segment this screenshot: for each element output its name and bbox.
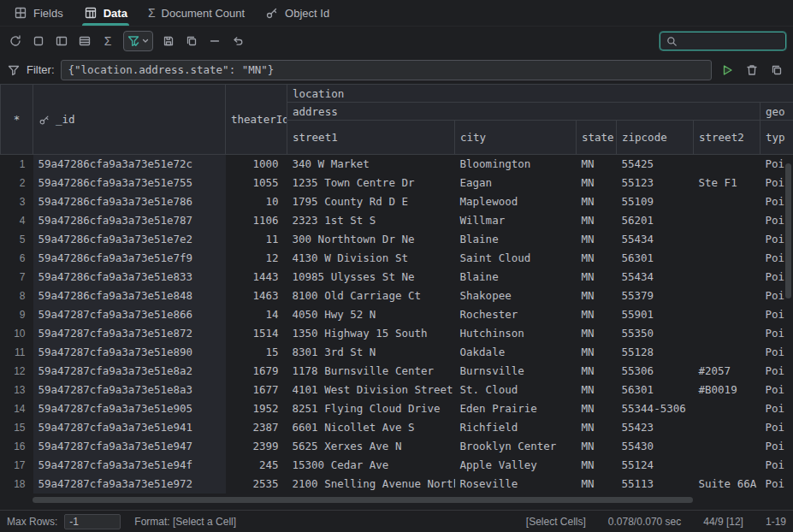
cell-street1[interactable]: 10985 Ulysses St Ne bbox=[287, 268, 455, 287]
cell-street1[interactable]: 15300 Cedar Ave bbox=[287, 456, 455, 475]
cell-state[interactable]: MN bbox=[577, 343, 617, 362]
cell-street1[interactable]: 2323 1st St S bbox=[287, 211, 455, 230]
cell-state[interactable]: MN bbox=[577, 174, 617, 192]
cell-city[interactable]: Burnsville bbox=[455, 362, 577, 381]
cell-street1[interactable]: 8301 3rd St N bbox=[287, 343, 455, 362]
row-number[interactable]: 10 bbox=[1, 324, 33, 343]
cell-state[interactable]: MN bbox=[577, 399, 617, 418]
vertical-scrollbar[interactable] bbox=[785, 163, 791, 299]
cell-city[interactable]: Shakopee bbox=[455, 287, 577, 305]
cell-state[interactable]: MN bbox=[577, 456, 617, 475]
table-row[interactable]: 1159a47287cfa9a3a73e51e890158301 3rd St … bbox=[1, 343, 793, 362]
cell-city[interactable]: Willmar bbox=[455, 211, 577, 230]
cell-type[interactable]: Poi bbox=[760, 362, 793, 381]
cell-theaterid[interactable]: 2387 bbox=[226, 418, 287, 437]
cell-state[interactable]: MN bbox=[577, 381, 617, 399]
cell-street2[interactable] bbox=[694, 399, 760, 418]
cell-type[interactable]: Poi bbox=[760, 381, 793, 399]
save-button[interactable] bbox=[158, 31, 179, 51]
cell-id[interactable]: 59a47286cfa9a3a73e51e786 bbox=[33, 192, 226, 211]
row-number[interactable]: 5 bbox=[1, 230, 33, 249]
filter-toggle-button[interactable] bbox=[123, 31, 153, 51]
cell-street1[interactable]: 1795 County Rd D E bbox=[287, 192, 455, 211]
cell-street2[interactable] bbox=[694, 456, 760, 475]
cell-street1[interactable]: 8100 Old Carriage Ct bbox=[287, 287, 455, 305]
cell-id[interactable]: 59a47287cfa9a3a73e51e972 bbox=[33, 475, 226, 494]
row-number[interactable]: 8 bbox=[1, 287, 33, 305]
cell-theaterid[interactable]: 1514 bbox=[226, 324, 287, 343]
search-input[interactable] bbox=[683, 35, 780, 47]
group-header-address[interactable]: address bbox=[287, 103, 760, 121]
cell-id[interactable]: 59a47287cfa9a3a73e51e94f bbox=[33, 456, 226, 475]
cell-street2[interactable] bbox=[694, 287, 760, 305]
cell-street1[interactable]: 340 W Market bbox=[287, 155, 455, 174]
table-row[interactable]: 1859a47287cfa9a3a73e51e97225352100 Snell… bbox=[1, 475, 793, 494]
cell-street2[interactable]: Ste F1 bbox=[694, 174, 760, 192]
table-row[interactable]: 1559a47287cfa9a3a73e51e94123876601 Nicol… bbox=[1, 418, 793, 437]
cell-zipcode[interactable]: 55123 bbox=[617, 174, 694, 192]
column-header-theaterid[interactable]: theaterId bbox=[226, 85, 287, 155]
cell-street2[interactable]: #B0019 bbox=[694, 381, 760, 399]
cell-type[interactable]: Poi bbox=[760, 475, 793, 494]
cell-theaterid[interactable]: 1463 bbox=[226, 287, 287, 305]
cell-theaterid[interactable]: 14 bbox=[226, 305, 287, 324]
copy-filter-button[interactable] bbox=[767, 61, 786, 80]
column-header-city[interactable]: city bbox=[455, 121, 577, 155]
cell-zipcode[interactable]: 55430 bbox=[617, 437, 694, 456]
cell-id[interactable]: 59a47286cfa9a3a73e51e848 bbox=[33, 287, 226, 305]
cell-theaterid[interactable]: 2535 bbox=[226, 475, 287, 494]
cell-state[interactable]: MN bbox=[577, 268, 617, 287]
cell-id[interactable]: 59a47287cfa9a3a73e51e866 bbox=[33, 305, 226, 324]
cell-street2[interactable] bbox=[694, 418, 760, 437]
cell-zipcode[interactable]: 55113 bbox=[617, 475, 694, 494]
row-number[interactable]: 11 bbox=[1, 343, 33, 362]
cell-zipcode[interactable]: 56301 bbox=[617, 381, 694, 399]
table-row[interactable]: 159a47286cfa9a3a73e51e72c1000340 W Marke… bbox=[1, 155, 793, 174]
cell-street2[interactable] bbox=[694, 155, 760, 174]
cell-city[interactable]: Eden Prairie bbox=[455, 399, 577, 418]
cell-street1[interactable]: 6601 Nicollet Ave S bbox=[287, 418, 455, 437]
cell-theaterid[interactable]: 1679 bbox=[226, 362, 287, 381]
grid-view-button[interactable] bbox=[51, 31, 72, 51]
cell-city[interactable]: Eagan bbox=[455, 174, 577, 192]
cell-state[interactable]: MN bbox=[577, 192, 617, 211]
cell-theaterid[interactable]: 11 bbox=[226, 230, 287, 249]
cell-type[interactable]: Poi bbox=[760, 418, 793, 437]
table-row[interactable]: 1459a47287cfa9a3a73e51e90519528251 Flyin… bbox=[1, 399, 793, 418]
row-number[interactable]: 1 bbox=[1, 155, 33, 174]
cell-city[interactable]: Apple Valley bbox=[455, 456, 577, 475]
corner-header[interactable]: * bbox=[1, 85, 33, 155]
cell-id[interactable]: 59a47287cfa9a3a73e51e905 bbox=[33, 399, 226, 418]
cell-id[interactable]: 59a47286cfa9a3a73e51e787 bbox=[33, 211, 226, 230]
cell-city[interactable]: Hutchinson bbox=[455, 324, 577, 343]
cell-type[interactable]: Poi bbox=[760, 343, 793, 362]
cell-theaterid[interactable]: 1000 bbox=[226, 155, 287, 174]
filter-input[interactable] bbox=[61, 60, 713, 80]
horizontal-scrollbar[interactable] bbox=[33, 497, 693, 503]
cell-id[interactable]: 59a47287cfa9a3a73e51e947 bbox=[33, 437, 226, 456]
cell-state[interactable]: MN bbox=[577, 305, 617, 324]
table-row[interactable]: 359a47286cfa9a3a73e51e786101795 County R… bbox=[1, 192, 793, 211]
cell-city[interactable]: Blaine bbox=[455, 268, 577, 287]
cell-street2[interactable] bbox=[694, 437, 760, 456]
cell-state[interactable]: MN bbox=[577, 155, 617, 174]
cell-state[interactable]: MN bbox=[577, 362, 617, 381]
tab-object-id[interactable]: Object Id bbox=[255, 0, 340, 26]
cell-state[interactable]: MN bbox=[577, 287, 617, 305]
cell-street2[interactable] bbox=[694, 249, 760, 268]
cell-street1[interactable]: 8251 Flying Cloud Drive bbox=[287, 399, 455, 418]
column-header-id[interactable]: _id bbox=[33, 85, 226, 155]
table-row[interactable]: 559a47286cfa9a3a73e51e7e211300 Northtown… bbox=[1, 230, 793, 249]
cell-street1[interactable]: 2100 Snelling Avenue North bbox=[287, 475, 455, 494]
cell-street2[interactable] bbox=[694, 268, 760, 287]
cell-theaterid[interactable]: 15 bbox=[226, 343, 287, 362]
cell-street1[interactable]: 1350 Highway 15 South bbox=[287, 324, 455, 343]
row-number[interactable]: 12 bbox=[1, 362, 33, 381]
cell-state[interactable]: MN bbox=[577, 249, 617, 268]
column-header-zipcode[interactable]: zipcode bbox=[617, 121, 694, 155]
cell-id[interactable]: 59a47287cfa9a3a73e51e941 bbox=[33, 418, 226, 437]
cell-theaterid[interactable]: 1106 bbox=[226, 211, 287, 230]
cell-zipcode[interactable]: 56301 bbox=[617, 249, 694, 268]
remove-button[interactable] bbox=[204, 31, 225, 51]
cell-street1[interactable]: 4101 West Division Street bbox=[287, 381, 455, 399]
